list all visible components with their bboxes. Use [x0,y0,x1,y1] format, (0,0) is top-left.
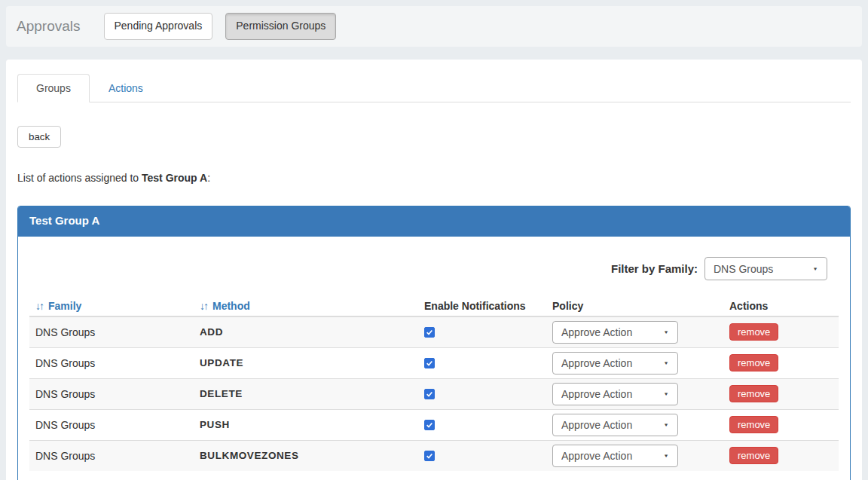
permission-groups-button[interactable]: Permission Groups [225,13,336,40]
notifications-checkbox[interactable] [424,358,435,368]
remove-button[interactable]: remove [729,416,778,433]
method-cell: DELETE [194,378,418,409]
filter-by-family-label: Filter by Family: [611,262,698,275]
policy-select[interactable]: Approve Action [552,383,678,405]
policy-select[interactable]: Approve Action [552,414,678,436]
group-panel-title: Test Group A [18,206,850,237]
tab-actions[interactable]: Actions [90,74,162,102]
tab-groups[interactable]: Groups [17,74,90,102]
tab-bar: Groups Actions [17,74,851,102]
policy-select-wrap: Approve Action [552,383,678,405]
remove-button[interactable]: remove [729,323,778,341]
remove-button[interactable]: remove [729,354,778,371]
notifications-checkbox[interactable] [424,420,435,430]
notifications-checkbox[interactable] [424,327,435,338]
column-label: Policy [552,300,583,312]
policy-select[interactable]: Approve Action [552,321,678,344]
column-label: Method [212,300,250,312]
checkmark-icon [426,359,433,367]
family-filter-select[interactable]: DNS Groups [704,257,827,280]
family-cell: DNS Groups [29,316,194,347]
main-content-card: Groups Actions back List of actions assi… [6,60,862,480]
column-label: Actions [729,300,768,312]
actions-table-header-row: ↓↑Family↓↑MethodEnable NotificationsPoli… [29,296,839,316]
column-header-method[interactable]: ↓↑Method [194,296,418,316]
back-button[interactable]: back [17,126,61,148]
table-row: DNS Groups PUSH Approve Action remove [29,409,839,440]
family-cell: DNS Groups [29,409,194,440]
group-panel: Test Group A Filter by Family: DNS Group… [17,206,851,480]
method-cell: UPDATE [194,347,418,378]
pending-approvals-button[interactable]: Pending Approvals [104,13,213,40]
table-row: DNS Groups UPDATE Approve Action remove [29,347,839,378]
policy-select-wrap: Approve Action [552,352,678,375]
checkmark-icon [426,452,433,460]
remove-button[interactable]: remove [729,447,778,464]
family-filter-select-wrap: DNS Groups [704,257,827,280]
assigned-prefix: List of actions assigned to [17,172,142,184]
policy-select-wrap: Approve Action [552,414,678,436]
table-row: DNS Groups BULKMOVEZONES Approve Action … [29,440,839,471]
table-row: DNS Groups ADD Approve Action remove [29,316,839,347]
checkmark-icon [426,329,433,336]
notifications-checkbox[interactable] [424,451,435,461]
policy-select[interactable]: Approve Action [552,352,678,375]
column-header-family[interactable]: ↓↑Family [29,296,194,316]
table-row: DNS Groups DELETE Approve Action remove [29,378,839,409]
page-title: Approvals [17,18,81,35]
method-cell: PUSH [194,409,418,440]
family-cell: DNS Groups [29,347,194,378]
sort-icon: ↓↑ [35,300,43,312]
family-cell: DNS Groups [29,440,194,471]
column-header-enable-notifications: Enable Notifications [418,296,546,316]
policy-select[interactable]: Approve Action [552,445,678,467]
method-cell: ADD [194,316,418,347]
column-header-actions: Actions [723,296,839,316]
notifications-checkbox[interactable] [424,389,435,399]
column-header-policy: Policy [546,296,723,316]
filter-row: Filter by Family: DNS Groups [29,257,827,280]
policy-select-wrap: Approve Action [552,445,678,467]
assigned-suffix: : [207,172,210,184]
policy-select-wrap: Approve Action [552,321,678,344]
page-header-bar: Approvals Pending Approvals Permission G… [6,6,862,47]
sort-icon: ↓↑ [200,300,207,312]
assigned-group-name: Test Group A [142,172,207,184]
group-panel-body: Filter by Family: DNS Groups ↓↑Family↓↑M… [18,237,850,480]
column-label: Family [48,300,81,312]
assigned-text: List of actions assigned to Test Group A… [17,172,851,184]
actions-table: ↓↑Family↓↑MethodEnable NotificationsPoli… [29,296,839,471]
actions-table-body: DNS Groups ADD Approve Action remove DNS… [29,316,839,471]
remove-button[interactable]: remove [729,385,778,402]
column-label: Enable Notifications [424,300,526,312]
family-cell: DNS Groups [29,378,194,409]
checkmark-icon [426,421,433,429]
method-cell: BULKMOVEZONES [194,440,418,471]
checkmark-icon [426,390,433,398]
